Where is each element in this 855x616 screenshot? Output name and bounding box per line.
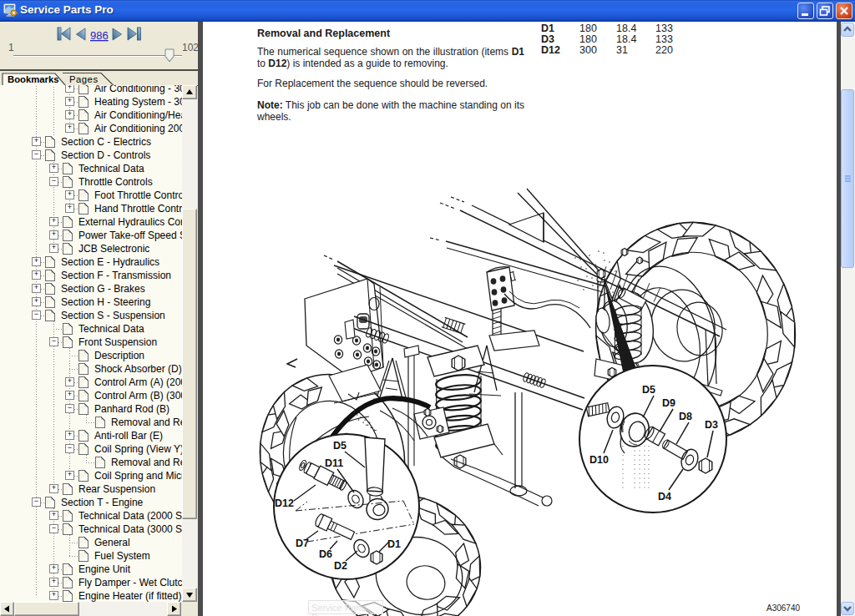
- svg-text:Pages: Pages: [69, 74, 99, 84]
- svg-text:D5: D5: [333, 440, 347, 452]
- svg-text:D2: D2: [334, 560, 347, 572]
- svg-text:D3: D3: [705, 419, 718, 431]
- svg-text:D9: D9: [662, 397, 675, 409]
- svg-text:D11: D11: [325, 457, 343, 469]
- svg-text:986: 986: [90, 29, 109, 42]
- svg-text:D10: D10: [589, 454, 609, 466]
- svg-text:D1: D1: [387, 538, 401, 550]
- svg-text:D8: D8: [679, 411, 692, 422]
- svg-text:D6: D6: [319, 548, 332, 560]
- svg-text:D5: D5: [642, 384, 655, 396]
- svg-text:D12: D12: [275, 497, 294, 509]
- svg-text:D4: D4: [658, 491, 671, 502]
- svg-text:Bookmarks: Bookmarks: [8, 74, 59, 84]
